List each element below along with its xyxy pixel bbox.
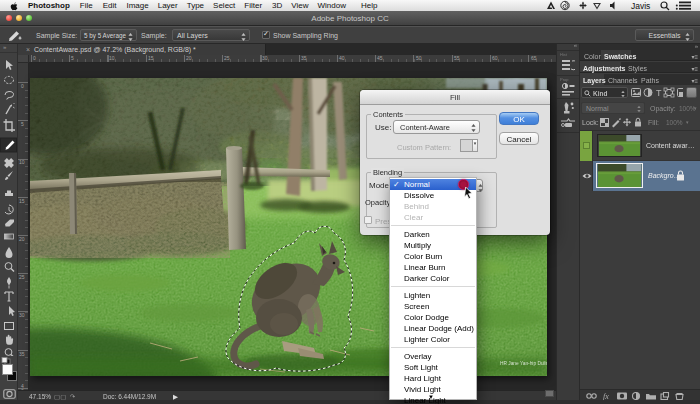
svg-text:fx: fx — [603, 392, 609, 400]
svg-text:Javis: Javis — [631, 1, 650, 11]
svg-text:HR Jane Yan-hip Dulin: HR Jane Yan-hip Dulin — [500, 361, 547, 366]
svg-text:T: T — [656, 88, 662, 98]
